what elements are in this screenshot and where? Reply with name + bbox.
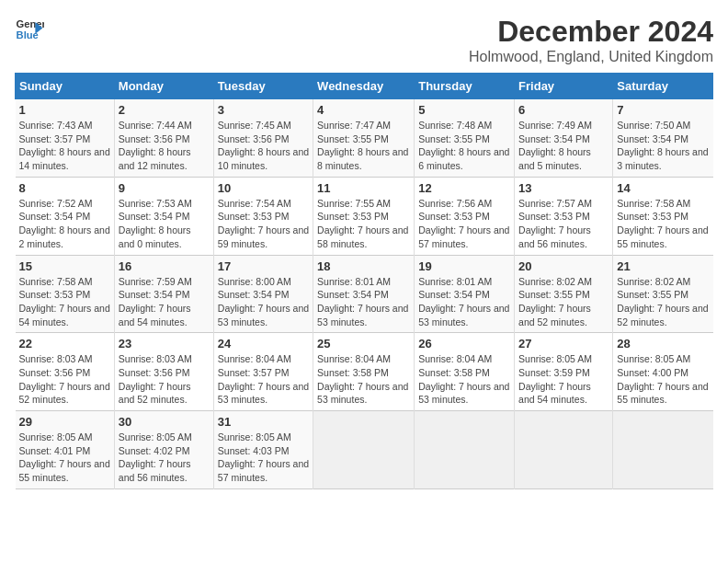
day-number: 11 xyxy=(317,181,410,195)
day-info: Sunrise: 7:54 AMSunset: 3:53 PMDaylight:… xyxy=(218,197,309,251)
day-info: Sunrise: 7:49 AMSunset: 3:54 PMDaylight:… xyxy=(518,119,609,173)
day-number: 16 xyxy=(119,259,210,273)
day-number: 6 xyxy=(518,103,609,117)
day-cell: 16Sunrise: 7:59 AMSunset: 3:54 PMDayligh… xyxy=(114,255,213,333)
day-number: 29 xyxy=(19,415,110,429)
day-info: Sunrise: 8:03 AMSunset: 3:56 PMDaylight:… xyxy=(119,352,210,407)
day-info: Sunrise: 8:05 AMSunset: 4:00 PMDaylight:… xyxy=(617,352,709,407)
header-thursday: Thursday xyxy=(415,74,515,99)
day-cell: 24Sunrise: 8:04 AMSunset: 3:57 PMDayligh… xyxy=(213,333,313,411)
header-monday: Monday xyxy=(114,74,213,99)
week-row-1: 1Sunrise: 7:43 AMSunset: 3:57 PMDaylight… xyxy=(16,99,713,178)
day-number: 25 xyxy=(317,337,410,350)
day-info: Sunrise: 8:05 AMSunset: 4:02 PMDaylight:… xyxy=(119,431,210,485)
day-info: Sunrise: 7:58 AMSunset: 3:53 PMDaylight:… xyxy=(617,197,709,251)
calendar-subtitle: Holmwood, England, United Kingdom xyxy=(469,49,713,65)
day-cell xyxy=(313,411,415,489)
day-info: Sunrise: 8:04 AMSunset: 3:57 PMDaylight:… xyxy=(218,352,309,407)
week-row-4: 22Sunrise: 8:03 AMSunset: 3:56 PMDayligh… xyxy=(16,333,713,411)
day-number: 21 xyxy=(617,259,709,273)
day-number: 23 xyxy=(119,337,210,350)
day-number: 10 xyxy=(218,181,309,195)
day-cell: 13Sunrise: 7:57 AMSunset: 3:53 PMDayligh… xyxy=(515,177,613,255)
day-cell: 31Sunrise: 8:05 AMSunset: 4:03 PMDayligh… xyxy=(213,411,313,489)
day-cell: 20Sunrise: 8:02 AMSunset: 3:55 PMDayligh… xyxy=(515,255,613,333)
calendar-table: SundayMondayTuesdayWednesdayThursdayFrid… xyxy=(15,73,713,489)
day-cell: 4Sunrise: 7:47 AMSunset: 3:55 PMDaylight… xyxy=(313,99,415,178)
day-number: 5 xyxy=(418,103,510,117)
day-info: Sunrise: 8:01 AMSunset: 3:54 PMDaylight:… xyxy=(418,275,510,329)
day-cell: 9Sunrise: 7:53 AMSunset: 3:54 PMDaylight… xyxy=(114,177,213,255)
day-info: Sunrise: 7:58 AMSunset: 3:53 PMDaylight:… xyxy=(19,275,110,329)
day-info: Sunrise: 7:57 AMSunset: 3:53 PMDaylight:… xyxy=(518,197,609,251)
header-friday: Friday xyxy=(515,74,613,99)
day-cell: 28Sunrise: 8:05 AMSunset: 4:00 PMDayligh… xyxy=(613,333,713,411)
day-info: Sunrise: 8:01 AMSunset: 3:54 PMDaylight:… xyxy=(317,275,410,329)
day-number: 9 xyxy=(119,181,210,195)
day-info: Sunrise: 8:05 AMSunset: 4:01 PMDaylight:… xyxy=(19,431,110,485)
day-cell: 18Sunrise: 8:01 AMSunset: 3:54 PMDayligh… xyxy=(313,255,415,333)
day-cell: 27Sunrise: 8:05 AMSunset: 3:59 PMDayligh… xyxy=(515,333,613,411)
day-cell: 11Sunrise: 7:55 AMSunset: 3:53 PMDayligh… xyxy=(313,177,415,255)
day-number: 18 xyxy=(317,259,410,273)
day-number: 27 xyxy=(518,337,609,350)
day-info: Sunrise: 8:05 AMSunset: 4:03 PMDaylight:… xyxy=(218,431,309,485)
calendar-title: December 2024 xyxy=(469,15,713,49)
header-row: SundayMondayTuesdayWednesdayThursdayFrid… xyxy=(16,74,713,99)
day-info: Sunrise: 7:47 AMSunset: 3:55 PMDaylight:… xyxy=(317,119,410,173)
day-info: Sunrise: 7:55 AMSunset: 3:53 PMDaylight:… xyxy=(317,197,410,251)
day-cell: 5Sunrise: 7:48 AMSunset: 3:55 PMDaylight… xyxy=(415,99,515,178)
day-number: 15 xyxy=(19,259,110,273)
day-number: 30 xyxy=(119,415,210,429)
day-number: 12 xyxy=(418,181,510,195)
week-row-5: 29Sunrise: 8:05 AMSunset: 4:01 PMDayligh… xyxy=(16,411,713,489)
day-cell xyxy=(515,411,613,489)
day-cell: 7Sunrise: 7:50 AMSunset: 3:54 PMDaylight… xyxy=(613,99,713,178)
day-cell: 21Sunrise: 8:02 AMSunset: 3:55 PMDayligh… xyxy=(613,255,713,333)
day-number: 28 xyxy=(617,337,709,350)
day-info: Sunrise: 8:03 AMSunset: 3:56 PMDaylight:… xyxy=(19,352,110,407)
day-number: 17 xyxy=(218,259,309,273)
day-info: Sunrise: 7:48 AMSunset: 3:55 PMDaylight:… xyxy=(418,119,510,173)
day-cell: 3Sunrise: 7:45 AMSunset: 3:56 PMDaylight… xyxy=(213,99,313,178)
day-info: Sunrise: 8:00 AMSunset: 3:54 PMDaylight:… xyxy=(218,275,309,329)
header-wednesday: Wednesday xyxy=(313,74,415,99)
day-number: 3 xyxy=(218,103,309,117)
day-info: Sunrise: 8:04 AMSunset: 3:58 PMDaylight:… xyxy=(317,352,410,407)
day-cell: 8Sunrise: 7:52 AMSunset: 3:54 PMDaylight… xyxy=(16,177,115,255)
day-info: Sunrise: 7:59 AMSunset: 3:54 PMDaylight:… xyxy=(119,275,210,329)
day-cell: 22Sunrise: 8:03 AMSunset: 3:56 PMDayligh… xyxy=(16,333,115,411)
day-cell: 2Sunrise: 7:44 AMSunset: 3:56 PMDaylight… xyxy=(114,99,213,178)
day-cell: 19Sunrise: 8:01 AMSunset: 3:54 PMDayligh… xyxy=(415,255,515,333)
page-header: General Blue December 2024 Holmwood, Eng… xyxy=(15,15,713,65)
day-number: 13 xyxy=(518,181,609,195)
day-cell: 29Sunrise: 8:05 AMSunset: 4:01 PMDayligh… xyxy=(16,411,115,489)
day-info: Sunrise: 8:04 AMSunset: 3:58 PMDaylight:… xyxy=(418,352,510,407)
day-info: Sunrise: 7:43 AMSunset: 3:57 PMDaylight:… xyxy=(19,119,110,173)
day-number: 22 xyxy=(19,337,110,350)
logo-icon: General Blue xyxy=(15,15,44,44)
day-info: Sunrise: 8:02 AMSunset: 3:55 PMDaylight:… xyxy=(518,275,609,329)
day-cell xyxy=(613,411,713,489)
day-number: 14 xyxy=(617,181,709,195)
week-row-3: 15Sunrise: 7:58 AMSunset: 3:53 PMDayligh… xyxy=(16,255,713,333)
day-cell: 1Sunrise: 7:43 AMSunset: 3:57 PMDaylight… xyxy=(16,99,115,178)
day-cell: 10Sunrise: 7:54 AMSunset: 3:53 PMDayligh… xyxy=(213,177,313,255)
day-number: 4 xyxy=(317,103,410,117)
svg-text:Blue: Blue xyxy=(17,29,39,40)
day-info: Sunrise: 7:52 AMSunset: 3:54 PMDaylight:… xyxy=(19,197,110,251)
day-cell: 6Sunrise: 7:49 AMSunset: 3:54 PMDaylight… xyxy=(515,99,613,178)
day-number: 20 xyxy=(518,259,609,273)
day-number: 2 xyxy=(119,103,210,117)
day-cell: 25Sunrise: 8:04 AMSunset: 3:58 PMDayligh… xyxy=(313,333,415,411)
day-number: 7 xyxy=(617,103,709,117)
day-info: Sunrise: 7:50 AMSunset: 3:54 PMDaylight:… xyxy=(617,119,709,173)
day-info: Sunrise: 7:53 AMSunset: 3:54 PMDaylight:… xyxy=(119,197,210,251)
day-cell: 17Sunrise: 8:00 AMSunset: 3:54 PMDayligh… xyxy=(213,255,313,333)
day-cell: 14Sunrise: 7:58 AMSunset: 3:53 PMDayligh… xyxy=(613,177,713,255)
day-cell xyxy=(415,411,515,489)
day-number: 26 xyxy=(418,337,510,350)
header-tuesday: Tuesday xyxy=(213,74,313,99)
week-row-2: 8Sunrise: 7:52 AMSunset: 3:54 PMDaylight… xyxy=(16,177,713,255)
day-info: Sunrise: 7:56 AMSunset: 3:53 PMDaylight:… xyxy=(418,197,510,251)
